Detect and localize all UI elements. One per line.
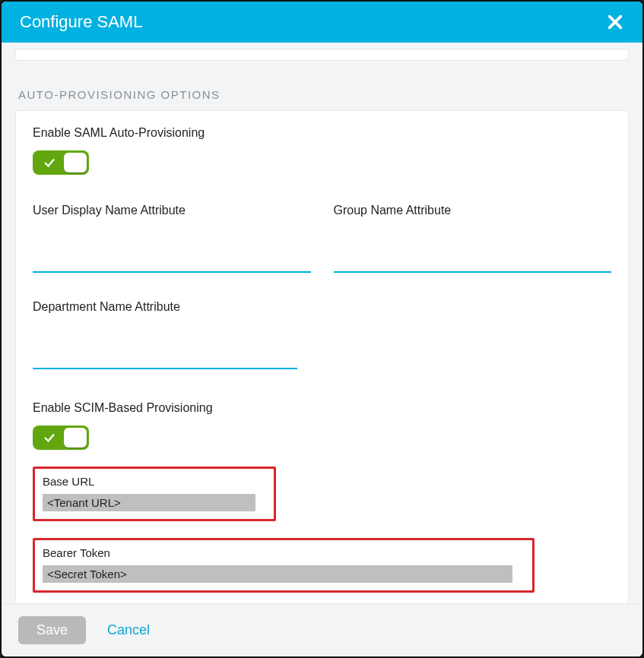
modal-header: Configure SAML — [2, 2, 642, 43]
group-name-input[interactable] — [334, 249, 612, 273]
enable-saml-toggle[interactable] — [33, 150, 89, 175]
attribute-row: User Display Name Attribute Group Name A… — [33, 204, 611, 273]
bearer-token-highlight: Bearer Token <Secret Token> — [33, 538, 535, 593]
bearer-token-value[interactable]: <Secret Token> — [43, 565, 512, 583]
toggle-knob — [64, 428, 87, 448]
bearer-token-label: Bearer Token — [43, 546, 525, 559]
save-button[interactable]: Save — [18, 616, 86, 644]
enable-saml-label: Enable SAML Auto-Provisioning — [33, 126, 611, 140]
group-name-col: Group Name Attribute — [334, 204, 612, 273]
section-title: AUTO-PROVISIONING OPTIONS — [15, 88, 629, 101]
auto-provisioning-panel: Enable SAML Auto-Provisioning User Displ… — [15, 110, 629, 603]
base-url-label: Base URL — [43, 475, 266, 488]
department-label: Department Name Attribute — [33, 300, 297, 314]
enable-scim-label: Enable SCIM-Based Provisioning — [33, 401, 611, 415]
user-display-col: User Display Name Attribute — [33, 204, 311, 273]
toggle-knob — [64, 153, 87, 172]
base-url-highlight: Base URL <Tenant URL> — [33, 467, 276, 521]
user-display-input[interactable] — [33, 249, 311, 273]
enable-scim-toggle[interactable] — [33, 425, 89, 450]
user-display-label: User Display Name Attribute — [33, 204, 311, 217]
check-icon — [35, 156, 64, 169]
previous-panel-sliver — [15, 49, 629, 61]
check-icon — [35, 431, 64, 444]
cancel-button[interactable]: Cancel — [107, 622, 150, 638]
department-col: Department Name Attribute — [33, 300, 297, 369]
modal-footer: Save Cancel — [2, 603, 642, 656]
base-url-value[interactable]: <Tenant URL> — [43, 494, 255, 511]
scim-block: Enable SCIM-Based Provisioning — [33, 401, 611, 450]
modal-body[interactable]: AUTO-PROVISIONING OPTIONS Enable SAML Au… — [2, 43, 642, 603]
group-name-label: Group Name Attribute — [334, 204, 612, 217]
close-icon[interactable] — [606, 13, 624, 31]
modal-title: Configure SAML — [20, 12, 142, 32]
department-input[interactable] — [33, 346, 297, 369]
configure-saml-modal: Configure SAML AUTO-PROVISIONING OPTIONS… — [0, 0, 644, 658]
